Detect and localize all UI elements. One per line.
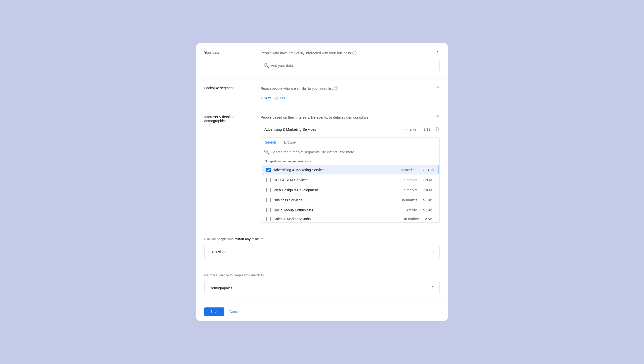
dropdown-item-0[interactable]: Advertising & Marketing Services In-mark…	[262, 165, 438, 175]
dropdown-item-1[interactable]: SEO & SEM Services In-market 350M	[262, 175, 438, 185]
demographics-note: Narrow audience to people who match th	[204, 273, 440, 277]
interests-header: People based on their interests, life ev…	[261, 114, 440, 120]
interests-tabs-bar: Search Browse	[261, 138, 439, 147]
your-data-content: People who have previously interacted wi…	[261, 50, 440, 71]
interests-description: People based on their interests, life ev…	[261, 115, 369, 119]
your-data-help-icon[interactable]: ?	[352, 51, 356, 55]
item-type-4: Affinity	[406, 208, 417, 212]
item-name-2: Web Design & Development	[274, 188, 396, 192]
demographics-title: Demographics	[210, 286, 232, 290]
dropdown-item-4[interactable]: Social Media Enthusiasts Affinity > 10B	[262, 205, 438, 215]
item-count-2: 610M	[423, 188, 432, 192]
exclusions-expand-button[interactable]: ⌄	[431, 249, 434, 255]
dropdown-suggestions-list: Suggestions and recent selections Advert…	[261, 157, 439, 222]
item-type-5: In-market	[404, 217, 419, 221]
demographics-section: Narrow audience to people who match th D…	[196, 266, 448, 302]
interests-label: Interests & detailed demographics	[204, 114, 255, 123]
interests-content: People based on their interests, life ev…	[261, 114, 440, 223]
interests-tab-container: Search Browse 🔍 Suggestions and recent s…	[261, 138, 440, 223]
chevron-up-icon-demographics: ⌃	[431, 286, 434, 291]
cancel-button[interactable]: Cancel	[227, 307, 243, 316]
lookalike-label: Lookalike segment	[204, 85, 255, 90]
checkbox-2	[266, 188, 271, 192]
dropdown-item-2[interactable]: Web Design & Development In-market 610M	[262, 185, 438, 195]
checkbox-1	[266, 178, 271, 182]
suggestions-label: Suggestions and recent selections	[261, 157, 439, 165]
item-name-4: Social Media Enthusiasts	[274, 208, 400, 212]
selected-tag-name: Advertising & Marketing Services	[264, 127, 396, 131]
your-data-search-wrapper: 🔍	[261, 60, 440, 71]
exclusions-title: Exclusions	[210, 250, 226, 254]
demographics-header: Demographics ⌃	[205, 281, 439, 295]
selected-tag-bar: Advertising & Marketing Services In-mark…	[261, 124, 440, 134]
item-count-3: > 10B	[423, 198, 432, 202]
lookalike-help-icon[interactable]: ?	[334, 86, 338, 90]
interests-collapse-button[interactable]	[435, 114, 440, 120]
exclusions-card: Exclusions ⌄	[204, 245, 440, 259]
item-type-0: In-market	[401, 168, 416, 172]
item-count-1: 350M	[423, 178, 432, 182]
checkbox-3	[266, 198, 271, 202]
item-type-1: In-market	[403, 178, 417, 182]
exclusions-note: Exclude people who match any of the fo	[204, 237, 440, 241]
selected-tag-count: 3.9B	[423, 127, 431, 131]
your-data-description: People who have previously interacted wi…	[261, 51, 356, 55]
remove-selected-tag-button[interactable]	[434, 126, 440, 132]
search-icon: 🔍	[264, 63, 269, 68]
checkbox-5	[266, 217, 271, 221]
main-card: Your data People who have previously int…	[196, 43, 448, 321]
demographics-expand-button[interactable]: ⌃	[431, 285, 434, 291]
item-type-2: In-market	[403, 188, 417, 192]
your-data-section: Your data People who have previously int…	[196, 43, 448, 78]
tab-browse[interactable]: Browse	[280, 138, 300, 147]
item-name-3: Business Services	[274, 198, 396, 202]
dropdown-search-input[interactable]	[271, 150, 436, 154]
exclusions-header: Exclusions ⌄	[205, 245, 439, 259]
item-type-3: In-market	[402, 198, 417, 202]
item-name-0: Advertising & Marketing Services	[274, 168, 395, 172]
selected-tag-type: In-market	[403, 127, 417, 131]
chevron-up-icon-interests	[435, 114, 440, 120]
dropdown-search-icon: 🔍	[264, 149, 269, 155]
lookalike-collapse-button[interactable]	[435, 85, 440, 92]
your-data-collapse-button[interactable]	[435, 50, 440, 56]
tab-search[interactable]: Search	[261, 138, 280, 147]
your-data-header: People who have previously interacted wi…	[261, 50, 440, 56]
item-count-4: > 10B	[423, 208, 432, 212]
lookalike-header: Reach people who are similar to your see…	[261, 85, 440, 92]
item-remove-0[interactable]: ✕	[431, 167, 434, 172]
lookalike-section: Lookalike segment Reach people who are s…	[196, 78, 448, 107]
exclusions-section: Exclude people who match any of the fo E…	[196, 230, 448, 266]
item-count-5: 2.5B	[425, 217, 432, 221]
lookalike-description: Reach people who are similar to your see…	[261, 86, 338, 90]
save-button[interactable]: Save	[204, 307, 224, 316]
item-count-0: 3.9B	[422, 168, 429, 172]
dropdown-search-row: 🔍	[261, 147, 439, 157]
your-data-label: Your data	[204, 50, 255, 55]
dropdown-item-3[interactable]: Business Services In-market > 10B	[262, 195, 438, 205]
interests-section: Interests & detailed demographics People…	[196, 107, 448, 230]
new-segment-link[interactable]: + New segment	[261, 96, 285, 100]
footer-bar: Save Cancel	[196, 302, 448, 321]
dropdown-item-5[interactable]: Sales & Marketing Jobs In-market 2.5B	[262, 215, 438, 222]
your-data-search-input[interactable]	[261, 60, 440, 71]
item-name-5: Sales & Marketing Jobs	[274, 217, 398, 221]
checkbox-0	[266, 168, 271, 172]
lookalike-content: Reach people who are similar to your see…	[261, 85, 440, 100]
item-name-1: SEO & SEM Services	[274, 178, 396, 182]
outer-container: Your data People who have previously int…	[189, 35, 455, 329]
chevron-up-icon	[435, 50, 440, 56]
chevron-up-icon-lookalike	[435, 85, 440, 92]
checkbox-4	[266, 208, 271, 212]
demographics-card: Demographics ⌃	[204, 281, 440, 295]
chevron-down-icon-exclusions: ⌄	[431, 249, 434, 254]
